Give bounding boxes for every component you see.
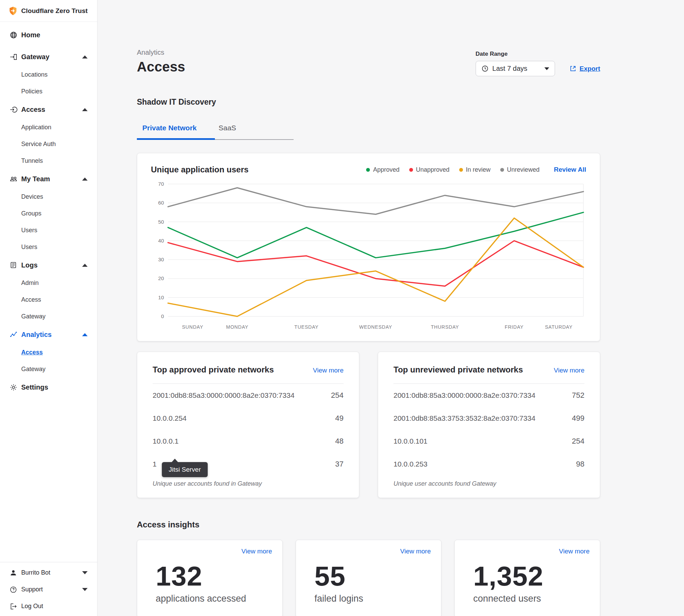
network-row[interactable]: 2001:0db8:85a3:0000:0000:8a2e:0370:7334 … (393, 384, 584, 407)
sidebar-item-analytics-gateway[interactable]: Gateway (0, 361, 97, 378)
svg-text:WEDNESDAY: WEDNESDAY (359, 324, 392, 330)
sidebar-item-access[interactable]: Access (0, 100, 97, 119)
chevron-up-icon (82, 55, 88, 58)
svg-text:40: 40 (158, 238, 164, 244)
export-label: Export (580, 65, 600, 73)
insight-view-more-link[interactable]: View more (242, 548, 272, 555)
unreviewed-view-more-link[interactable]: View more (554, 367, 584, 374)
svg-text:10: 10 (158, 294, 164, 300)
analytics-icon (10, 330, 21, 339)
sidebar-item-application[interactable]: Application (0, 119, 97, 136)
sidebar-item-logs-access[interactable]: Access (0, 291, 97, 308)
svg-text:TUESDAY: TUESDAY (294, 324, 319, 330)
shadow-it-heading: Shadow IT Discovery (137, 97, 600, 107)
sidebar-label-logs: Logs (21, 261, 38, 269)
tab-saas[interactable]: SaaS (219, 124, 236, 139)
sidebar-label-settings: Settings (21, 383, 48, 391)
unique-users-chart-card: Unique application users Approved Unappr… (137, 153, 600, 341)
sidebar-item-devices[interactable]: Devices (0, 188, 97, 205)
svg-text:SUNDAY: SUNDAY (182, 324, 203, 330)
sidebar-item-tunnels[interactable]: Tunnels (0, 153, 97, 169)
chevron-down-icon (82, 588, 88, 591)
legend-dot-approved (366, 168, 370, 172)
sidebar-item-analytics-access[interactable]: Access (0, 344, 97, 361)
legend-approved: Approved (366, 166, 399, 173)
sidebar-item-policies[interactable]: Policies (0, 83, 97, 100)
sidebar-item-gateway[interactable]: Gateway (0, 47, 97, 66)
unreviewed-card-title: Top unreviewed private networks (393, 365, 523, 375)
failed-logins-label: failed logins (314, 593, 431, 604)
tab-bar: Private NetworkSaaS (137, 124, 294, 140)
logout-button[interactable]: Log Out (0, 598, 97, 615)
sidebar-label-gateway: Gateway (21, 53, 49, 61)
breadcrumb: Analytics (137, 49, 185, 56)
sidebar-label-access: Access (21, 106, 45, 114)
approved-view-more-link[interactable]: View more (313, 367, 344, 374)
legend-in-review: In review (459, 166, 491, 173)
sidebar-item-admin[interactable]: Admin (0, 275, 97, 291)
user-icon (10, 569, 21, 577)
tab-private-network[interactable]: Private Network (142, 124, 197, 139)
sidebar-item-users-2[interactable]: Users (0, 239, 97, 255)
sidebar-item-my-team[interactable]: My Team (0, 169, 97, 188)
app-root: Cloudflare Zero Trust Home Gateway (0, 0, 684, 616)
insight-view-more-link[interactable]: View more (400, 548, 431, 555)
legend-unreviewed: Unreviewed (500, 166, 540, 173)
chart-title: Unique application users (151, 165, 248, 174)
sidebar-item-logs-gateway[interactable]: Gateway (0, 308, 97, 325)
cloudflare-shield-icon (8, 6, 18, 16)
sidebar-item-home[interactable]: Home (0, 25, 97, 44)
page-header: Analytics Access Date Range Last 7 days (137, 49, 600, 76)
legend-dot-unapproved (409, 168, 413, 172)
network-row[interactable]: 2001:0db8:85a3:3753:3532:8a2e:0370:7334 … (393, 407, 584, 430)
connected-users-card: View more 1,352 connected users (454, 540, 600, 616)
sidebar-label-my-team: My Team (21, 175, 50, 183)
line-chart-canvas[interactable]: 010203040506070SUNDAYMONDAYTUESDAYWEDNES… (151, 180, 586, 333)
sidebar-item-users[interactable]: Users (0, 222, 97, 239)
page-title: Access (137, 59, 185, 75)
svg-text:MONDAY: MONDAY (226, 324, 248, 330)
network-row[interactable]: 2001:0db8:85a3:0000:0000:8a2e:0370:7334 … (153, 384, 344, 407)
svg-text:50: 50 (158, 219, 164, 225)
network-row[interactable]: 10.0.0.254 49 (153, 407, 344, 430)
insight-view-more-link[interactable]: View more (559, 548, 590, 555)
chevron-up-icon (82, 108, 88, 111)
svg-text:SATURDAY: SATURDAY (545, 324, 573, 330)
top-approved-networks-card: Top approved private networks View more … (137, 352, 359, 498)
help-icon (10, 586, 21, 593)
sidebar-item-locations[interactable]: Locations (0, 66, 97, 83)
network-row[interactable]: 10.0.0.101 254 (393, 430, 584, 453)
gateway-icon (10, 53, 21, 61)
review-all-link[interactable]: Review All (554, 166, 586, 173)
account-name: Burrito Bot (21, 569, 50, 576)
sidebar-item-service-auth[interactable]: Service Auth (0, 136, 97, 153)
top-unreviewed-networks-card: Top unreviewed private networks View mor… (378, 352, 600, 498)
svg-text:THURSDAY: THURSDAY (431, 324, 459, 330)
failed-logins-card: View more 55 failed logins (296, 540, 441, 616)
brand-logo-row[interactable]: Cloudflare Zero Trust (0, 0, 97, 22)
network-row[interactable]: 10.0.0.1 48 (153, 430, 344, 453)
network-row[interactable]: 10.0.0.253 98 (393, 453, 584, 475)
active-tab-indicator (137, 138, 215, 140)
sidebar-item-settings[interactable]: Settings (0, 378, 97, 397)
applications-accessed-value: 132 (156, 563, 272, 590)
logs-icon (10, 261, 21, 269)
sidebar-item-groups[interactable]: Groups (0, 205, 97, 222)
svg-text:FRIDAY: FRIDAY (505, 324, 524, 330)
globe-icon (10, 31, 21, 39)
sidebar-item-logs[interactable]: Logs (0, 255, 97, 275)
connected-users-value: 1,352 (473, 563, 590, 590)
export-button[interactable]: Export (569, 65, 600, 73)
chevron-up-icon (82, 178, 88, 181)
sidebar-label-home: Home (21, 31, 40, 39)
main-content: Analytics Access Date Range Last 7 days (98, 0, 684, 616)
support-menu[interactable]: Support (0, 581, 97, 598)
sidebar-item-analytics[interactable]: Analytics (0, 325, 97, 344)
date-range-label: Date Range (476, 51, 600, 57)
sidebar-nav: Home Gateway Locations Policies (0, 22, 97, 397)
date-range-select[interactable]: Last 7 days (476, 61, 555, 76)
chevron-up-icon (82, 333, 88, 336)
unreviewed-card-footnote: Unique user accounts found Gateway (393, 480, 584, 487)
account-menu[interactable]: Burrito Bot (0, 564, 97, 581)
sidebar: Cloudflare Zero Trust Home Gateway (0, 0, 98, 616)
